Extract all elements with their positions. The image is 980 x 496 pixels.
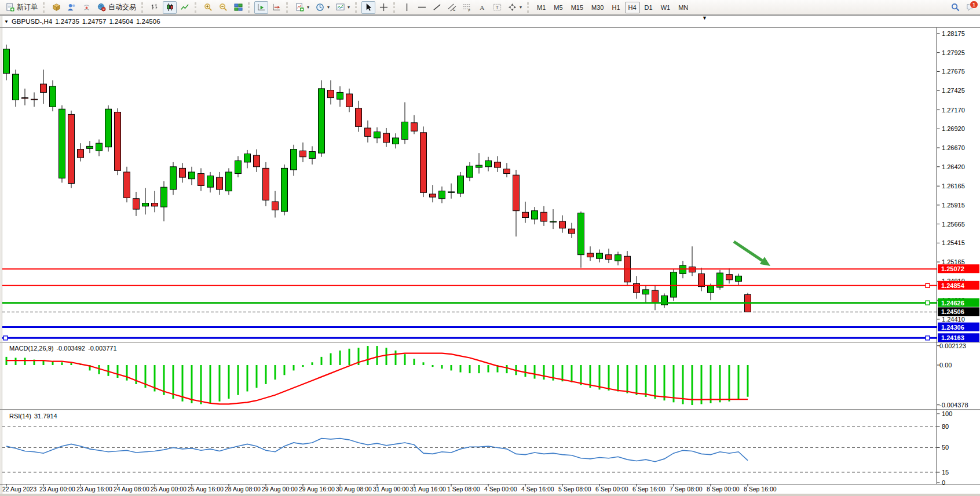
- time-tick-label: 29 Aug 16:00: [299, 486, 335, 493]
- market-depth-button[interactable]: [49, 1, 63, 14]
- chart-shift-icon: [272, 3, 281, 12]
- arrows-dropdown-caret[interactable]: ▾: [520, 5, 522, 10]
- text-icon: A: [477, 3, 487, 12]
- community-icon: [67, 3, 76, 12]
- equidistant-channel-icon: E: [447, 3, 456, 12]
- templates-button[interactable]: ▾: [333, 1, 352, 14]
- time-tick-label: 30 Aug 08:00: [336, 486, 372, 493]
- candle: [430, 194, 436, 197]
- auto-scroll-button[interactable]: [254, 1, 268, 14]
- templates-dropdown-caret[interactable]: ▾: [348, 5, 350, 10]
- indicators-button[interactable]: ▾: [292, 1, 312, 14]
- timeframe-M1[interactable]: M1: [533, 2, 549, 13]
- tile-windows-button[interactable]: [231, 1, 245, 14]
- candlestick-chart-button[interactable]: [163, 1, 177, 14]
- chart-scale-collapse-icon[interactable]: ▼: [702, 15, 707, 21]
- candle: [337, 92, 343, 99]
- timeframe-MN[interactable]: MN: [675, 2, 692, 13]
- candle: [198, 174, 204, 186]
- candle: [254, 155, 260, 167]
- notifications-button[interactable]: 1: [963, 1, 977, 14]
- candle: [226, 172, 232, 191]
- candle: [365, 128, 371, 136]
- search-button[interactable]: [948, 1, 962, 14]
- new-order-button[interactable]: 新订单: [3, 1, 40, 14]
- candle: [96, 143, 103, 151]
- cursor-button[interactable]: [361, 1, 375, 14]
- candle: [50, 86, 56, 107]
- time-tick-label: 23 Aug 00:00: [39, 486, 75, 493]
- candle: [560, 221, 566, 228]
- candle: [513, 175, 520, 211]
- indicators-dropdown-caret[interactable]: ▾: [307, 5, 309, 10]
- vertical-line-button[interactable]: [400, 1, 414, 14]
- macd-tick-label: 0.002123: [939, 342, 966, 349]
- signals-button[interactable]: [79, 1, 93, 14]
- candle: [41, 84, 47, 92]
- level-price-badge-text: 1.24854: [941, 282, 965, 289]
- chart-plot-area[interactable]: [2, 28, 937, 342]
- candle: [736, 276, 742, 281]
- candle: [180, 168, 186, 177]
- indicators-icon: [295, 3, 304, 12]
- candle: [476, 165, 482, 167]
- time-tick-label: 29 Aug 00:00: [262, 486, 298, 493]
- candle: [597, 253, 603, 258]
- text-button[interactable]: A: [475, 1, 489, 14]
- fibonacci-retracement-icon: F: [462, 3, 471, 12]
- crosshair-button[interactable]: [376, 1, 390, 14]
- candle: [634, 283, 640, 293]
- candle: [207, 176, 214, 187]
- candle: [189, 172, 195, 179]
- chart-shift-button[interactable]: [269, 1, 283, 14]
- chart-title-collapse-icon[interactable]: ▼: [4, 19, 9, 24]
- svg-text:F: F: [468, 9, 470, 12]
- timeframe-D1[interactable]: D1: [641, 2, 656, 13]
- equidistant-channel-button[interactable]: E: [445, 1, 459, 14]
- text-label-button[interactable]: T: [490, 1, 504, 14]
- svg-text:A: A: [480, 4, 485, 11]
- zoom-in-button[interactable]: [201, 1, 215, 14]
- candle: [68, 114, 75, 183]
- candle: [643, 290, 649, 294]
- zoom-out-button[interactable]: [216, 1, 230, 14]
- level-marker-right[interactable]: [926, 301, 930, 305]
- horizontal-line-button[interactable]: [415, 1, 429, 14]
- trendline-button[interactable]: [430, 1, 444, 14]
- timeframe-W1[interactable]: W1: [657, 2, 674, 13]
- timeframe-M5[interactable]: M5: [550, 2, 566, 13]
- candlestick-chart-icon: [165, 3, 174, 12]
- candle: [22, 98, 28, 99]
- candle: [272, 202, 279, 210]
- time-tick-label: 6 Sep 16:00: [632, 486, 665, 493]
- autotrading-button[interactable]: 自动交易: [94, 1, 138, 14]
- periods-button[interactable]: ▾: [313, 1, 332, 14]
- line-chart-button[interactable]: [178, 1, 192, 14]
- level-marker-right[interactable]: [926, 336, 930, 340]
- candle: [31, 99, 38, 100]
- fibonacci-retracement-button[interactable]: F: [460, 1, 474, 14]
- candle: [652, 290, 659, 303]
- candle: [420, 133, 427, 192]
- candle: [291, 149, 297, 170]
- chart-open: 1.24735: [55, 18, 79, 25]
- timeframe-H4[interactable]: H4: [625, 2, 640, 13]
- bar-chart-button[interactable]: [148, 1, 162, 14]
- rsi-name: RSI(14): [9, 413, 31, 420]
- arrows-button[interactable]: ▾: [505, 1, 524, 14]
- timeframe-M15[interactable]: M15: [568, 2, 587, 13]
- price-tick-label: 1.25915: [942, 202, 965, 209]
- level-marker-left[interactable]: [3, 336, 8, 340]
- timeframe-H1[interactable]: H1: [608, 2, 623, 13]
- periods-dropdown-caret[interactable]: ▾: [327, 5, 330, 10]
- toolbar-separator: [527, 2, 531, 13]
- price-tick-label: 1.24410: [942, 316, 965, 323]
- community-button[interactable]: [64, 1, 78, 14]
- rsi-tick-label: 100: [942, 410, 952, 417]
- level-marker-right[interactable]: [926, 283, 930, 287]
- time-tick-label: 8 Sep 16:00: [744, 486, 777, 493]
- candle: [152, 203, 158, 206]
- timeframe-M30[interactable]: M30: [588, 2, 607, 13]
- auto-scroll-icon: [257, 3, 266, 12]
- notification-badge: 1: [970, 1, 978, 9]
